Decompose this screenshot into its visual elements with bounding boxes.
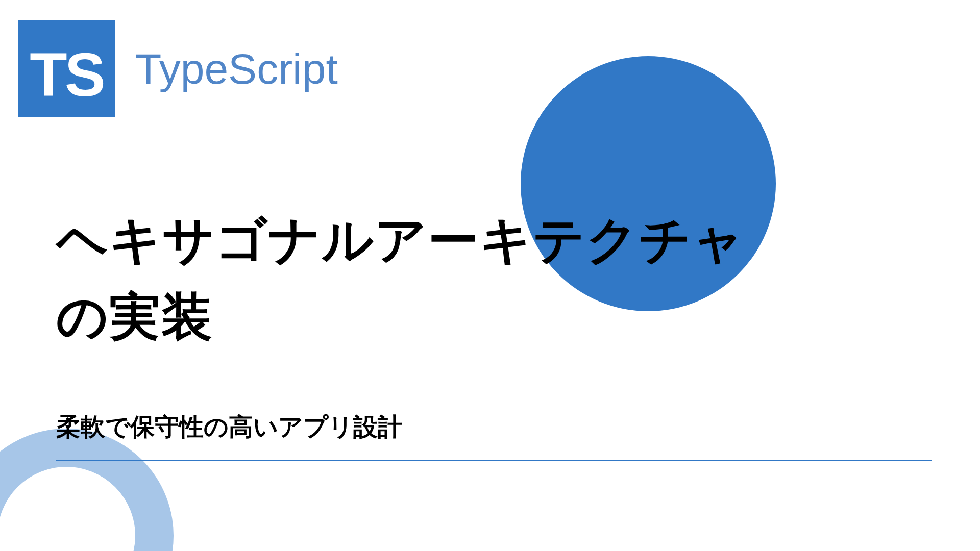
typescript-logo-badge: TS [18,20,115,117]
subtitle-section: 柔軟で保守性の高いアプリ設計 [56,411,932,461]
typescript-label: TypeScript [135,44,338,94]
title-section: ヘキサゴナルアーキテクチャ の実装 [56,202,745,355]
title-line-2: の実装 [56,288,213,345]
logo-badge-text: TS [30,39,103,110]
main-title: ヘキサゴナルアーキテクチャ の実装 [56,202,745,355]
logo-section: TS TypeScript [18,20,338,117]
divider-line [56,460,932,461]
subtitle-text: 柔軟で保守性の高いアプリ設計 [56,411,932,454]
title-line-1: ヘキサゴナルアーキテクチャ [56,211,745,268]
